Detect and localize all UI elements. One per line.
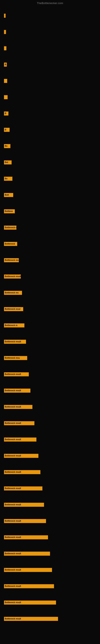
bar-row: Bottleneck result	[4, 594, 96, 610]
bar-container: Bottleneck re	[4, 219, 16, 236]
bar-row: Bottleneck	[4, 236, 96, 252]
bar-container: Bott	[4, 187, 13, 203]
bar-fill: Bottleneck result	[4, 421, 34, 425]
bar-container: B	[4, 56, 7, 73]
bar-container: Bottleneck result	[4, 594, 56, 610]
bar-container	[4, 24, 6, 40]
bar-row: Bottlene	[4, 203, 96, 219]
bar-container	[4, 40, 6, 56]
bar-container: Bottleneck result	[4, 562, 52, 578]
bar-row: Bottleneck res	[4, 252, 96, 268]
bar-container: Bot	[4, 154, 12, 170]
bar-row: Bottleneck res	[4, 284, 96, 301]
bar-container: Bottleneck result	[4, 513, 46, 529]
bar-fill: B	[4, 128, 10, 132]
bar-fill	[4, 95, 8, 99]
bar-fill: Bottleneck result	[4, 600, 56, 604]
bar-container: Bottleneck result	[4, 496, 44, 513]
bar-container: Bottleneck result	[4, 546, 50, 562]
bar-row: Bo	[4, 138, 96, 154]
bar-fill: Bottleneck result	[4, 568, 52, 572]
bar-container: B	[4, 122, 10, 138]
bar-container	[4, 8, 6, 24]
bar-fill: Bottleneck res	[4, 291, 22, 295]
bar-row: Bottleneck result	[4, 562, 96, 578]
bar-fill: Bottleneck result	[4, 552, 50, 556]
bar-row: Bottleneck result	[4, 464, 96, 480]
bar-row: Bottleneck result	[4, 610, 96, 627]
bar-fill: B	[4, 112, 8, 116]
bar-row: Bottleneck result	[4, 268, 96, 284]
bar-container: Bottleneck resu	[4, 350, 27, 366]
bar-row	[4, 8, 96, 24]
bar-fill: Bottleneck result	[4, 405, 32, 409]
bar-row: Bottleneck result	[4, 513, 96, 529]
bar-fill: Bottleneck result	[4, 274, 21, 278]
site-title: TheBottlenecker.com	[0, 0, 100, 6]
bar-fill: Bottleneck result	[4, 584, 54, 588]
bar-fill: Bo	[4, 144, 10, 148]
bar-container: Bo	[4, 138, 10, 154]
bar-fill: Bottleneck result	[4, 486, 42, 490]
bar-row: Bottleneck resul	[4, 301, 96, 317]
bar-container: Bottleneck result	[4, 399, 32, 415]
bar-row: Bottleneck result	[4, 496, 96, 513]
bar-fill: Bottleneck result	[4, 340, 26, 344]
bar-container: Bottleneck result	[4, 480, 42, 496]
bar-row: B	[4, 105, 96, 122]
bar-container: Bo	[4, 170, 12, 187]
bar-row: B	[4, 122, 96, 138]
bar-fill: Bottleneck result	[4, 503, 44, 507]
bar-row: Bottleneck re	[4, 317, 96, 334]
bar-container: Bottleneck result	[4, 464, 40, 480]
bar-row	[4, 24, 96, 40]
bar-fill: Bottleneck result	[4, 388, 30, 393]
bar-fill: Bott	[4, 193, 13, 197]
bar-row	[4, 40, 96, 56]
bar-fill: Bottlene	[4, 209, 15, 213]
bar-container	[4, 73, 7, 89]
bar-row: Bottleneck re	[4, 219, 96, 236]
bar-container: Bottleneck result	[4, 578, 54, 594]
bar-fill: B	[4, 62, 7, 66]
bar-container: Bottleneck res	[4, 284, 22, 301]
bar-container: Bottleneck result	[4, 415, 34, 431]
bar-container: B	[4, 105, 8, 122]
bar-fill: Bo	[4, 177, 12, 181]
bar-row	[4, 73, 96, 89]
bar-container: Bottleneck result	[4, 268, 21, 284]
bar-container: Bottleneck res	[4, 252, 19, 268]
bar-row	[4, 89, 96, 105]
bar-fill: Bottleneck result	[4, 617, 58, 621]
bar-container	[4, 89, 8, 105]
bar-fill	[4, 14, 6, 18]
bar-container: Bottleneck result	[4, 366, 29, 382]
bar-row: Bottleneck result	[4, 448, 96, 464]
bar-row: Bottleneck resu	[4, 350, 96, 366]
bar-container: Bottleneck result	[4, 529, 48, 546]
bar-container: Bottleneck result	[4, 382, 30, 399]
bar-container: Bottleneck result	[4, 610, 58, 627]
bar-row: Bottleneck result	[4, 334, 96, 350]
bar-fill: Bottleneck re	[4, 226, 16, 230]
bar-row: Bot	[4, 154, 96, 170]
bar-row: Bottleneck result	[4, 578, 96, 594]
bar-fill: Bottleneck result	[4, 535, 48, 539]
bar-row: Bottleneck result	[4, 382, 96, 399]
bar-container: Bottleneck	[4, 236, 17, 252]
bar-fill: Bot	[4, 160, 12, 164]
bar-fill: Bottleneck res	[4, 258, 19, 262]
bar-row: Bottleneck result	[4, 431, 96, 448]
bar-fill: Bottleneck result	[4, 372, 29, 376]
chart-area: BBBBoBotBoBottBottleneBottleneck reBottl…	[0, 6, 100, 629]
bar-fill	[4, 46, 6, 50]
bar-container: Bottleneck re	[4, 317, 24, 334]
bar-row: Bottleneck result	[4, 529, 96, 546]
bar-fill: Bottleneck result	[4, 519, 46, 523]
bar-fill: Bottleneck result	[4, 438, 36, 442]
bar-row: Bottleneck result	[4, 546, 96, 562]
bar-fill	[4, 30, 6, 34]
bar-fill: Bottleneck	[4, 242, 17, 246]
bar-row: B	[4, 56, 96, 73]
bar-row: Bott	[4, 187, 96, 203]
